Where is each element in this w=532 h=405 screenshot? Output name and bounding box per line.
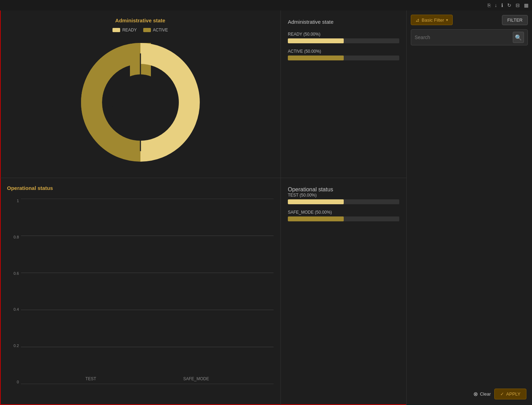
top-section: Administrative state READY ACTIVE [0, 10, 406, 178]
top-bar: ⎘ ↓ ℹ ↻ ⊟ ▦ [0, 0, 532, 10]
bottom-section: Operational status 1 0.8 0.6 0.4 0.2 0 [0, 178, 406, 405]
donut-chart [81, 43, 200, 162]
clear-circle-icon: ⊗ [473, 391, 478, 397]
legend-active-label: ACTIVE [153, 28, 168, 32]
bottom-actions: ⊗ Clear ✓ APPLY [473, 389, 526, 399]
donut-legend: READY ACTIVE [112, 28, 168, 32]
operational-test-label: TEST (50.00%) [288, 193, 399, 198]
legend-active: ACTIVE [143, 28, 168, 32]
admin-ready-track [288, 38, 399, 43]
filter-icon[interactable]: ⊟ [516, 2, 520, 8]
y-label-02: 0.2 [14, 344, 19, 348]
operational-bars-title: Operational status [288, 186, 399, 193]
charts-area: Administrative state READY ACTIVE [0, 10, 406, 405]
operational-safe-track [288, 216, 399, 221]
admin-state-bars-panel: Administrative state READY (50.00%) ACTI… [280, 10, 406, 178]
legend-ready-color [112, 28, 120, 32]
search-icon: 🔍 [515, 34, 522, 41]
x-label-test: TEST [86, 376, 96, 381]
admin-state-bars-title: Administrative state [288, 19, 399, 25]
funnel-icon: ⊿ [415, 17, 420, 23]
filter-bar: ⊿ Basic Filter ▾ FILTER [411, 15, 528, 25]
chart-area: 1 0.8 0.6 0.4 0.2 0 [7, 199, 274, 395]
legend-active-color [143, 28, 151, 32]
grid-icon[interactable]: ▦ [524, 2, 529, 8]
legend-ready-label: READY [122, 28, 137, 32]
legend-ready: READY [112, 28, 137, 32]
admin-ready-bar: READY (50.00%) [288, 32, 399, 43]
operational-test-fill [288, 199, 344, 204]
admin-ready-label: READY (50.00%) [288, 32, 399, 37]
x-axis-labels: TEST SAFE_MODE [21, 374, 274, 384]
y-label-08: 0.8 [14, 235, 19, 239]
apply-button[interactable]: ✓ APPLY [494, 389, 526, 399]
main-container: Administrative state READY ACTIVE [0, 10, 532, 405]
basic-filter-button[interactable]: ⊿ Basic Filter ▾ [411, 15, 453, 25]
info-icon[interactable]: ℹ [501, 2, 503, 8]
bar-chart-panel: Operational status 1 0.8 0.6 0.4 0.2 0 [0, 178, 280, 405]
admin-active-bar: ACTIVE (50.00%) [288, 49, 399, 60]
admin-active-track [288, 56, 399, 60]
filter-button[interactable]: FILTER [502, 15, 528, 25]
y-label-06: 0.6 [14, 271, 19, 275]
apply-label: APPLY [506, 391, 520, 397]
admin-active-fill [288, 56, 344, 60]
search-button[interactable]: 🔍 [513, 32, 524, 43]
donut-panel: Administrative state READY ACTIVE [0, 10, 280, 178]
admin-ready-fill [288, 38, 344, 43]
y-label-04: 0.4 [14, 307, 19, 311]
y-axis: 1 0.8 0.6 0.4 0.2 0 [7, 199, 21, 384]
chevron-down-icon: ▾ [446, 18, 448, 22]
chart-inner: TEST SAFE_MODE [21, 199, 274, 384]
bars-wrapper [21, 199, 274, 374]
y-label-0: 0 [17, 380, 19, 384]
operational-safe-label: SAFE_MODE (50.00%) [288, 210, 399, 215]
download-icon[interactable]: ↓ [495, 2, 497, 8]
y-label-1: 1 [17, 199, 19, 203]
basic-filter-label: Basic Filter [422, 17, 444, 23]
operational-test-track [288, 199, 399, 204]
clear-label: Clear [480, 391, 491, 397]
operational-test-bar: TEST (50.00%) [288, 193, 399, 204]
operational-safe-bar: SAFE_MODE (50.00%) [288, 210, 399, 221]
admin-active-label: ACTIVE (50.00%) [288, 49, 399, 54]
right-sidebar: ⊿ Basic Filter ▾ FILTER 🔍 [406, 10, 532, 405]
refresh-icon[interactable]: ↻ [507, 2, 511, 8]
clear-button[interactable]: ⊗ Clear [473, 391, 491, 397]
operational-chart-title: Operational status [7, 185, 274, 191]
operational-bars-panel: Operational status TEST (50.00%) SAFE_MO… [280, 178, 406, 405]
checkmark-icon: ✓ [500, 391, 504, 397]
search-input[interactable] [415, 35, 510, 40]
external-link-icon[interactable]: ⎘ [488, 2, 490, 8]
operational-safe-fill [288, 216, 344, 221]
x-label-safe-mode: SAFE_MODE [183, 376, 209, 381]
admin-state-donut-title: Administrative state [115, 17, 165, 23]
search-box: 🔍 [411, 29, 528, 45]
